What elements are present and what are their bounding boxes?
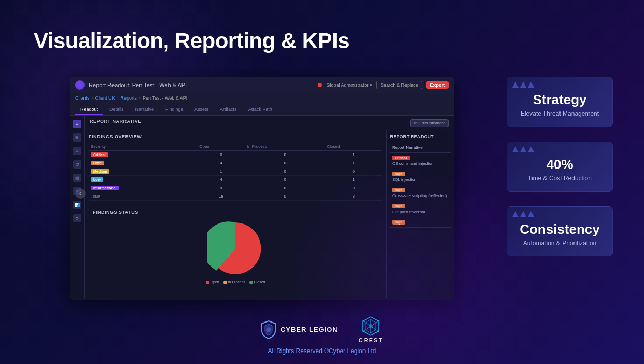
mockup-sidebar: ≡ ⊞ ⚙ ⏱ ▤ ≡ 📊 ⚙ (70, 116, 85, 298)
cyber-legion-shield-icon (261, 320, 276, 339)
mockup-tab-bar: Readout Details Narrative Findings Asset… (70, 103, 454, 116)
badge-medium: Medium (91, 169, 109, 174)
tab-details[interactable]: Details (104, 105, 129, 115)
table-row: Total 1803 (89, 192, 382, 201)
report-readout-title: REPORT READOUT (390, 134, 451, 139)
tab-assets[interactable]: Assets (189, 105, 214, 115)
mockup-topbar: Report Readout: Pen Test - Web & API Glo… (70, 77, 454, 93)
table-row: High 401 (89, 159, 382, 167)
badge-high-small-2: High (392, 188, 405, 192)
findings-table: Severity Open In Process Closed Critical… (89, 143, 382, 201)
card-decoration (512, 81, 534, 88)
table-row: Critical 001 (89, 151, 382, 159)
svg-point-0 (77, 82, 82, 88)
report-item-file-traversal: High File path traversal (390, 201, 451, 217)
tab-findings[interactable]: Findings (160, 105, 188, 115)
col-severity: Severity (89, 143, 197, 151)
table-row: Medium 100 (89, 167, 382, 176)
breadcrumb-reports[interactable]: Reports (121, 95, 137, 101)
cyber-legion-name: CYBER LEGION (281, 326, 338, 333)
col-closed: Closed (325, 143, 382, 151)
badge-critical-small: Critical (392, 156, 410, 160)
dot-icon-1 (512, 81, 519, 88)
badge-high: High (91, 161, 104, 165)
branding-logos: CYBER LEGION CREST (261, 316, 383, 343)
kpi-consistency-sublabel: Automation & Prioritization (515, 240, 604, 248)
dot-icon-5 (520, 146, 526, 152)
pie-chart-area (93, 220, 378, 277)
sidebar-icon-folder[interactable]: ▤ (73, 174, 81, 182)
col-open: Open (197, 143, 245, 151)
table-row: Low 401 (89, 176, 382, 184)
sidebar-icon-chart[interactable]: 📊 (73, 201, 81, 209)
kpi-card-time-cost: 40% Time & Cost Reduction (507, 142, 613, 192)
breadcrumb: Clients › Client UK › Reports › Pen Test… (70, 93, 454, 103)
svg-point-7 (369, 324, 373, 328)
tab-artifacts[interactable]: Artifacts (215, 105, 242, 115)
report-narrative-title: REPORT NARRATIVE (90, 119, 142, 124)
report-item-narrative: Report Narrative (390, 143, 451, 153)
status-indicator (318, 83, 322, 87)
finding-name-xss: Cross-site scripting (reflected) (392, 193, 449, 198)
dot-icon-3 (528, 81, 534, 88)
edit-comment-button[interactable]: ✏ Edit/Comment (410, 119, 449, 127)
report-readout-panel: REPORT READOUT Report Narrative Critical… (386, 130, 454, 298)
dot-icon-4 (512, 146, 519, 152)
branding-bar: CYBER LEGION CREST All Rights Reserved ®… (0, 316, 644, 355)
report-item-high-5: High (390, 217, 451, 228)
pie-legend: Open In Process Closed (93, 280, 378, 284)
breadcrumb-clients[interactable]: Clients (75, 95, 90, 101)
crest-logo: CREST (359, 316, 383, 343)
breadcrumb-current: Pen Test - Web & API (143, 95, 187, 101)
report-item-xss: High Cross-site scripting (reflected) (390, 185, 451, 201)
footer-copyright-link[interactable]: All Rights Reserved ®Cyber Legion Ltd (268, 347, 376, 355)
export-button[interactable]: Export (426, 81, 449, 89)
findings-status-title: FINDINGS STATUS (93, 209, 138, 215)
breadcrumb-client-uk[interactable]: Client UK (95, 95, 115, 101)
badge-low: Low (91, 177, 103, 182)
tab-narrative[interactable]: Narrative (130, 105, 160, 115)
crest-icon (360, 316, 381, 337)
prev-arrow-button[interactable]: ‹ (75, 188, 86, 199)
left-panel: FINDINGS OVERVIEW Severity Open In Proce… (85, 130, 386, 298)
report-item-os-injection: Critical OS command injection (390, 153, 451, 169)
sidebar-icon-settings[interactable]: ⚙ (73, 147, 81, 155)
sidebar-icon-home[interactable]: ≡ (73, 120, 81, 128)
search-replace-button[interactable]: Search & Replace (376, 81, 423, 89)
kpi-cards-container: Strategy Elevate Threat Management 40% T… (507, 77, 613, 256)
finding-name-os-injection: OS command injection (392, 161, 449, 166)
findings-overview-section: FINDINGS OVERVIEW Severity Open In Proce… (89, 134, 382, 201)
finding-name-file-traversal: File path traversal (392, 209, 449, 214)
sidebar-icon-time[interactable]: ⏱ (73, 160, 81, 169)
legend-closed: Closed (249, 280, 265, 284)
badge-high-small-3: High (392, 204, 405, 208)
kpi-card-consistency: Consistency Automation & Prioritization (507, 206, 613, 257)
mockup-body: ≡ ⊞ ⚙ ⏱ ▤ ≡ 📊 ⚙ REPORT NARRATIVE ✏ Edit/… (70, 116, 454, 298)
findings-overview-title: FINDINGS OVERVIEW (89, 134, 382, 139)
legend-inprocess: In Process (223, 280, 245, 284)
sidebar-icon-gear[interactable]: ⚙ (73, 214, 81, 222)
kpi-strategy-sublabel: Elevate Threat Management (515, 110, 604, 118)
mockup-main-area: REPORT NARRATIVE ✏ Edit/Comment FINDINGS… (85, 116, 454, 298)
badge-informational: Informational (91, 186, 119, 190)
tab-readout[interactable]: Readout (75, 105, 103, 115)
kpi-strategy-label: Strategy (515, 92, 604, 108)
dot-icon-8 (520, 211, 526, 217)
dot-icon-9 (528, 211, 534, 217)
kpi-time-cost-label: 40% (515, 157, 604, 173)
tab-attack-path[interactable]: Attack Path (243, 105, 277, 115)
dot-icon-6 (528, 146, 534, 152)
kpi-time-cost-sublabel: Time & Cost Reduction (515, 175, 604, 183)
narrative-section-header: REPORT NARRATIVE ✏ Edit/Comment (85, 116, 454, 130)
table-row: Informational 900 (89, 184, 382, 192)
legend-open: Open (206, 280, 219, 284)
sidebar-icon-grid[interactable]: ⊞ (73, 133, 81, 142)
findings-status-section: FINDINGS STATUS (89, 205, 382, 288)
app-logo-icon (75, 80, 85, 90)
card-decoration-2 (512, 146, 534, 152)
kpi-card-strategy: Strategy Elevate Threat Management (507, 77, 613, 127)
page-title: Visualization, Reporting & KPIs (34, 29, 349, 53)
crest-name: CREST (359, 337, 383, 343)
svg-point-1 (266, 327, 271, 332)
badge-high-small: High (392, 172, 405, 176)
